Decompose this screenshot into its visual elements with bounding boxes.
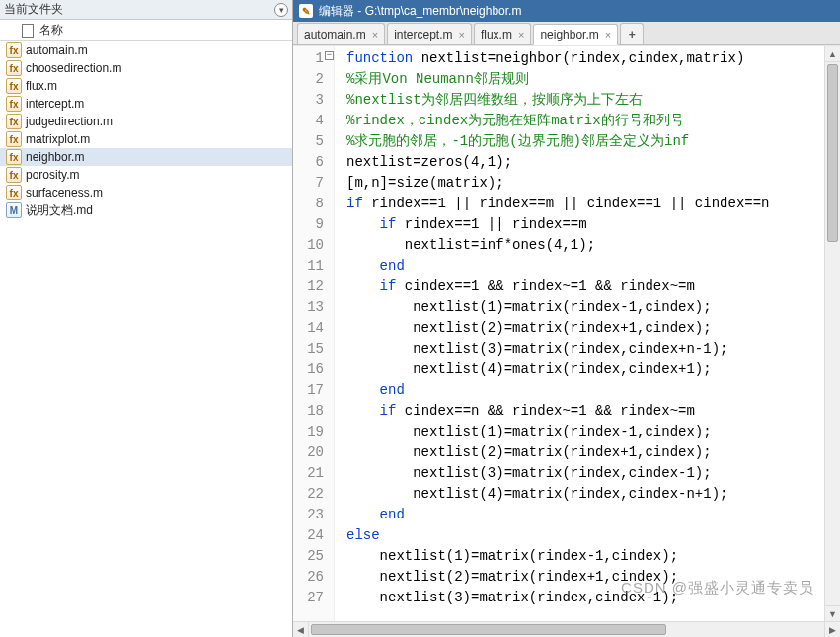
line-number: 11 [293,256,324,277]
code-line[interactable]: end [346,505,824,525]
close-icon[interactable]: × [459,29,465,40]
tab-label: flux.m [481,28,512,41]
close-icon[interactable]: × [372,29,378,40]
line-number: 20 [293,442,324,463]
vertical-scrollbar[interactable]: ▲ ▼ [824,46,840,621]
editor-tabbar: automain.m×intercept.m×flux.m×neighbor.m… [293,22,840,45]
editor-tab[interactable]: automain.m× [297,23,385,44]
file-name-label: intercept.m [26,97,84,111]
file-row[interactable]: M说明文档.md [0,201,292,219]
line-number: 17 [293,380,324,401]
scroll-v-track[interactable] [825,62,840,605]
fold-icon[interactable]: − [325,51,334,60]
file-row[interactable]: fxintercept.m [0,95,292,113]
line-number: 10 [293,235,324,256]
editor-titlebar: ✎ 编辑器 - G:\tmp\ca_membr\neighbor.m [293,0,840,22]
code-line[interactable]: nextlist(1)=matrix(rindex-1,cindex); [346,546,824,567]
code-line[interactable]: end [346,256,824,277]
matlab-file-icon: fx [6,167,22,183]
scroll-h-track[interactable] [309,622,824,637]
code-line[interactable]: nextlist(2)=matrix(rindex+1,cindex); [346,442,824,463]
line-number: 5 [293,131,324,152]
markdown-file-icon: M [6,202,22,218]
file-row[interactable]: fxneighbor.m [0,148,292,166]
panel-menu-button[interactable]: ▾ [274,3,288,17]
file-row[interactable]: fxautomain.m [0,41,292,59]
line-number: 3 [293,90,324,111]
line-number: 23 [293,505,324,525]
file-row[interactable]: fxchoosedirection.m [0,59,292,77]
file-name-label: 说明文档.md [26,202,93,219]
horizontal-scrollbar[interactable]: ◀ ▶ [293,621,840,637]
file-row[interactable]: fxsurfaceness.m [0,184,292,201]
file-panel-header: 当前文件夹 ▾ [0,0,292,20]
code-line[interactable]: if rindex==1 || rindex==m || cindex==1 |… [346,194,824,214]
new-tab-button[interactable]: + [620,23,644,44]
matlab-file-icon: fx [6,96,22,112]
matlab-file-icon: fx [6,60,22,76]
file-name-label: neighbor.m [26,150,84,164]
file-row[interactable]: fxmatrixplot.m [0,130,292,148]
file-row[interactable]: fxjudgedirection.m [0,113,292,130]
column-header-label: 名称 [39,22,63,39]
file-column-header[interactable]: 名称 [0,20,292,41]
code-line[interactable]: %rindex，cindex为元胞在矩阵matrix的行号和列号 [346,111,824,131]
file-name-label: porosity.m [26,168,79,182]
code-line[interactable]: %nextlist为邻居四维数组，按顺序为上下左右 [346,90,824,111]
scroll-h-thumb[interactable] [311,624,666,635]
code-line[interactable]: if cindex==n && rindex~=1 && rindex~=m [346,401,824,422]
editor-app-icon: ✎ [299,4,313,18]
close-icon[interactable]: × [518,29,524,40]
code-line[interactable]: nextlist(1)=matrix(rindex-1,cindex); [346,297,824,318]
file-list: fxautomain.mfxchoosedirection.mfxflux.mf… [0,41,292,637]
code-line[interactable]: nextlist(3)=matrix(rindex,cindex-1); [346,463,824,484]
editor-code[interactable]: function nextlist=neighbor(rindex,cindex… [335,46,824,621]
code-line[interactable]: [m,n]=size(matrix); [346,173,824,194]
line-number: 21 [293,463,324,484]
editor-tab[interactable]: intercept.m× [387,23,472,44]
close-icon[interactable]: × [605,29,611,40]
line-number: 22 [293,484,324,505]
file-name-label: flux.m [26,79,57,93]
line-number: 1− [293,48,324,69]
code-line[interactable]: if cindex==1 && rindex~=1 && rindex~=m [346,277,824,297]
scroll-right-arrow-icon[interactable]: ▶ [824,622,840,637]
scroll-down-arrow-icon[interactable]: ▼ [825,605,840,621]
code-line[interactable]: else [346,525,824,546]
line-number: 9 [293,214,324,235]
code-line[interactable]: nextlist(3)=matrix(rindex,cindex-1); [346,588,824,608]
line-number: 16 [293,359,324,380]
matlab-file-icon: fx [6,114,22,129]
file-name-label: choosedirection.m [26,61,121,75]
line-number: 7 [293,173,324,194]
file-row[interactable]: fxflux.m [0,77,292,95]
code-line[interactable]: nextlist=inf*ones(4,1); [346,235,824,256]
line-number: 2 [293,69,324,90]
code-line[interactable]: end [346,380,824,401]
code-line[interactable]: nextlist(4)=matrix(rindex,cindex-n+1); [346,484,824,505]
tab-label: intercept.m [394,28,452,41]
editor-title: 编辑器 - G:\tmp\ca_membr\neighbor.m [319,3,521,20]
code-line[interactable]: function nextlist=neighbor(rindex,cindex… [346,48,824,69]
line-number: 14 [293,318,324,339]
code-line[interactable]: nextlist(1)=matrix(rindex-1,cindex); [346,422,824,442]
code-line[interactable]: nextlist=zeros(4,1); [346,152,824,173]
scroll-up-arrow-icon[interactable]: ▲ [825,46,840,62]
line-number: 15 [293,339,324,359]
code-line[interactable]: nextlist(2)=matrix(rindex+1,cindex); [346,318,824,339]
code-line[interactable]: %求元胞的邻居，-1的元胞(边界元胞)邻居全定义为inf [346,131,824,152]
matlab-file-icon: fx [6,42,22,58]
code-line[interactable]: nextlist(4)=matrix(rindex,cindex+1); [346,359,824,380]
file-row[interactable]: fxporosity.m [0,166,292,184]
editor-tab[interactable]: neighbor.m× [533,24,618,45]
scroll-v-thumb[interactable] [827,64,838,242]
editor-tab[interactable]: flux.m× [474,23,531,44]
matlab-file-icon: fx [6,78,22,94]
scroll-left-arrow-icon[interactable]: ◀ [293,622,309,637]
line-number: 8 [293,194,324,214]
code-line[interactable]: %采用Von Neumann邻居规则 [346,69,824,90]
code-line[interactable]: nextlist(3)=matrix(rindex,cindex+n-1); [346,339,824,359]
code-line[interactable]: nextlist(2)=matrix(rindex+1,cindex); [346,567,824,588]
code-line[interactable]: if rindex==1 || rindex==m [346,214,824,235]
line-number: 18 [293,401,324,422]
